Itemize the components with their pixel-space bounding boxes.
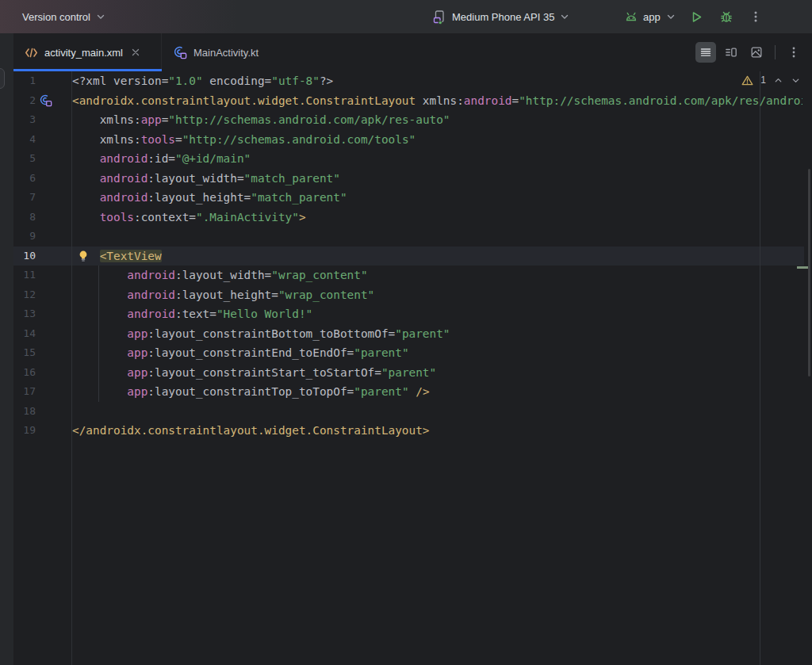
code-token: <androidx.constraintlayout.widget.Constr… [72, 94, 416, 107]
code-token: /> [416, 385, 429, 398]
debug-button[interactable] [715, 6, 737, 28]
code-token: :layout_height= [175, 289, 278, 301]
android-studio-window: Version control Medium Phone API 35 app [0, 0, 812, 665]
code-token: "utf-8" [271, 75, 320, 87]
code-token [72, 191, 100, 204]
code-line[interactable]: 5 android:id="@+id/main" [13, 149, 802, 169]
code-token: :layout_width= [175, 269, 271, 281]
code-token: = [162, 113, 169, 126]
code-view-icon [699, 46, 712, 59]
design-view-button[interactable] [746, 42, 767, 63]
code-token [72, 366, 127, 379]
highlighted-token: <TextView [100, 250, 162, 262]
next-problem-icon[interactable] [791, 75, 801, 86]
code-line[interactable]: 9 [13, 227, 802, 247]
code-line[interactable]: 8 tools:context=".MainActivity"> [13, 208, 802, 227]
android-icon [624, 11, 638, 23]
code-line[interactable]: 15 app:layout_constraintEnd_toEndOf="par… [13, 343, 802, 363]
virtual-device-icon [432, 10, 447, 25]
code-line[interactable]: 10 <TextView [13, 247, 802, 266]
code-lines: 1<?xml version="1.0" encoding="utf-8"?>2… [13, 71, 802, 441]
kotlin-class-icon[interactable] [40, 94, 52, 107]
previous-problem-icon[interactable] [773, 75, 783, 86]
code-view-button[interactable] [695, 42, 716, 63]
code-token: :layout_width= [147, 172, 243, 185]
editor-tab-bar: activity_main.xml MainActivity.kt [13, 33, 812, 71]
code-line[interactable]: 16 app:layout_constraintStart_toStartOf=… [13, 363, 802, 383]
code-line[interactable]: 7 android:layout_height="match_parent" [13, 188, 802, 208]
intention-bulb-icon[interactable] [77, 250, 90, 262]
code-token [409, 385, 416, 398]
code-line[interactable]: 17 app:layout_constraintTop_toTopOf="par… [13, 382, 802, 402]
device-selector[interactable]: Medium Phone API 35 [432, 0, 570, 33]
editor-scrollbar[interactable] [808, 169, 810, 376]
code-token: "parent" [354, 385, 408, 398]
code-token: "@+id/main" [175, 152, 251, 165]
editor-options-menu[interactable] [783, 42, 804, 63]
tool-window-stripe-button[interactable] [0, 68, 5, 89]
line-number: 3 [13, 110, 71, 130]
tab-activity-main-xml[interactable]: activity_main.xml [13, 33, 162, 71]
code-line[interactable]: 2<androidx.constraintlayout.widget.Const… [13, 91, 802, 111]
code-line[interactable]: 18 [13, 402, 802, 422]
toolbar-more-menu[interactable] [745, 6, 767, 28]
kotlin-class-icon [174, 46, 187, 59]
code-line[interactable]: 1<?xml version="1.0" encoding="utf-8"?> [13, 71, 802, 91]
code-token: :layout_constraintStart_toStartOf= [147, 366, 381, 379]
code-line[interactable]: 19</androidx.constraintlayout.widget.Con… [13, 421, 802, 441]
code-text: android:layout_width="match_parent" [71, 169, 802, 189]
warning-icon [741, 75, 753, 86]
run-icon [690, 10, 703, 24]
code-line[interactable]: 14 app:layout_constraintBottom_toBottomO… [13, 324, 802, 344]
code-text: app:layout_constraintBottom_toBottomOf="… [71, 324, 802, 344]
code-token: android [100, 191, 148, 204]
code-token [72, 289, 127, 301]
code-token [72, 172, 100, 185]
code-token: <?xml version= [72, 75, 168, 87]
code-token: :layout_height= [147, 191, 251, 204]
code-token: android [127, 308, 175, 320]
code-token: :layout_constraintTop_toTopOf= [147, 385, 354, 398]
code-token [72, 269, 127, 281]
code-token: "http://schemas.android.com/apk/res-auto… [168, 113, 450, 126]
code-line[interactable]: 3 xmlns:app="http://schemas.android.com/… [13, 110, 802, 130]
code-line[interactable]: 13 android:text="Hello World!" [13, 304, 802, 324]
code-token: = [175, 133, 182, 146]
code-token: "parent" [381, 366, 436, 379]
code-line[interactable]: 11 android:layout_width="wrap_content" [13, 266, 802, 285]
code-text: android:text="Hello World!" [71, 304, 802, 324]
kebab-menu-icon [787, 45, 800, 59]
version-control-widget[interactable]: Version control [22, 0, 106, 33]
inspections-widget[interactable]: 1 [741, 75, 801, 86]
code-text: android:layout_height="match_parent" [71, 188, 802, 208]
line-number: 18 [13, 402, 71, 422]
code-line[interactable]: 6 android:layout_width="match_parent" [13, 169, 802, 189]
chevron-down-icon [665, 11, 676, 22]
code-line[interactable]: 4 xmlns:tools="http://schemas.android.co… [13, 130, 802, 150]
tab-close-button[interactable] [131, 48, 140, 57]
code-token: </androidx.constraintlayout.widget.Const… [72, 424, 430, 437]
line-number: 7 [13, 188, 71, 208]
run-configuration-selector[interactable]: app [624, 0, 676, 33]
code-text: </androidx.constraintlayout.widget.Const… [71, 421, 802, 441]
split-view-button[interactable] [721, 42, 741, 63]
debug-bug-icon [719, 10, 733, 24]
main-toolbar: Version control Medium Phone API 35 app [0, 0, 812, 33]
code-token: encoding= [203, 75, 272, 87]
code-token [72, 346, 127, 359]
line-number: 19 [13, 421, 71, 441]
run-button[interactable] [685, 6, 707, 28]
line-number: 9 [13, 227, 71, 247]
kebab-menu-icon [749, 10, 762, 24]
code-token: app [127, 327, 147, 340]
editor-view-modes [695, 33, 804, 71]
code-editor[interactable]: 1<?xml version="1.0" encoding="utf-8"?>2… [13, 71, 812, 665]
code-token: :context= [134, 211, 196, 224]
tab-mainactivity-kt[interactable]: MainActivity.kt [163, 33, 270, 71]
separator [775, 45, 776, 59]
code-token: xmlns: [72, 113, 141, 126]
code-token: android [464, 94, 512, 107]
version-control-label: Version control [22, 11, 90, 23]
code-line[interactable]: 12 android:layout_height="wrap_content" [13, 285, 802, 305]
code-text: app:layout_constraintEnd_toEndOf="parent… [71, 343, 802, 363]
